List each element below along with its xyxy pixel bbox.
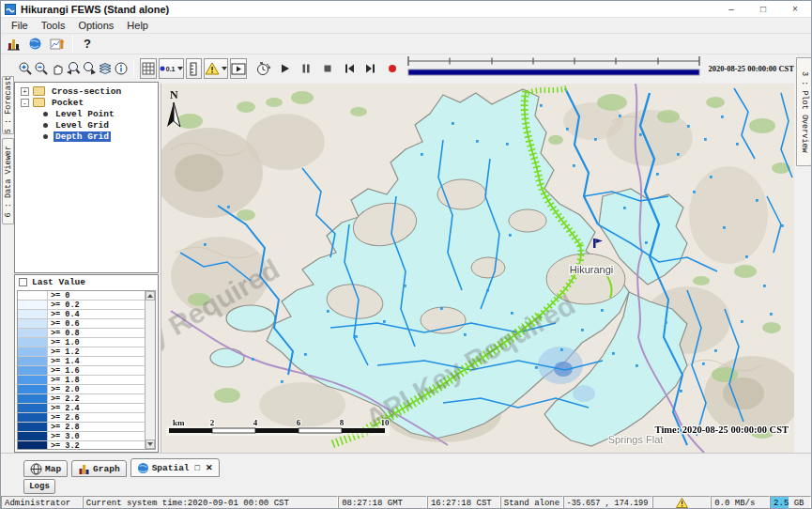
- legend-threshold-label: >= 0.2: [48, 301, 145, 309]
- tab-map[interactable]: Map: [23, 460, 68, 477]
- status-coordinates: -35.657 , 174.199: [563, 496, 653, 509]
- warning-dropdown-button[interactable]: [204, 58, 228, 79]
- tab-data-viewer[interactable]: 6 : Data Viewer: [2, 138, 14, 224]
- close-button[interactable]: ×: [779, 1, 811, 17]
- help-button[interactable]: ?: [78, 37, 97, 51]
- svg-text:2: 2: [210, 418, 215, 427]
- bar-chart-icon: [78, 463, 90, 475]
- tab-spatial[interactable]: Spatial □ ✕: [130, 458, 220, 477]
- logs-button[interactable]: Logs: [23, 479, 55, 494]
- zoom-previous-icon[interactable]: [66, 58, 82, 79]
- legend-row: >= 0.4: [18, 310, 145, 319]
- menu-file[interactable]: File: [5, 19, 35, 32]
- stop-button[interactable]: [320, 58, 336, 79]
- legend-color-swatch: [18, 423, 48, 431]
- tree-item-depth-grid[interactable]: Depth Grid: [15, 131, 158, 142]
- menu-help[interactable]: Help: [120, 19, 155, 32]
- tree-item-cross-section[interactable]: +Cross-section: [15, 85, 158, 97]
- legend-threshold-label: >= 2.6: [48, 413, 145, 422]
- status-warning-cell[interactable]: [652, 496, 711, 509]
- database-bars-icon[interactable]: [3, 34, 24, 54]
- globe-icon[interactable]: [24, 34, 46, 54]
- tree-item-pocket[interactable]: -Pocket: [15, 97, 158, 108]
- legend-color-swatch: [18, 413, 48, 422]
- record-button[interactable]: [384, 58, 400, 79]
- tree-item-label: Cross-section: [50, 86, 123, 97]
- main-toolbar: ?: [1, 34, 811, 54]
- animation-settings-icon[interactable]: [255, 58, 271, 79]
- minimize-button[interactable]: –: [715, 1, 747, 17]
- tree-item-level-point[interactable]: Level Point: [15, 108, 158, 119]
- scroll-up-icon[interactable]: [146, 291, 155, 301]
- tree-item-label: Depth Grid: [54, 131, 111, 142]
- legend-threshold-label: >= 2.4: [48, 404, 145, 412]
- timeseries-display-icon[interactable]: [46, 34, 68, 54]
- contour-threshold-dropdown[interactable]: 0.1: [159, 58, 184, 79]
- zoom-in-icon[interactable]: [18, 58, 34, 79]
- legend-threshold-label: >= 0.4: [48, 310, 145, 318]
- label-hikurangi: Hikurangi: [570, 264, 613, 275]
- last-value-label: Last Value: [32, 277, 85, 287]
- menu-options[interactable]: Options: [71, 19, 120, 32]
- legend-scrollbar[interactable]: [145, 291, 155, 449]
- legend-threshold-label: >= 0.6: [48, 319, 145, 328]
- tab-plot-overview[interactable]: 3 : Plot Overview: [796, 57, 812, 166]
- scroll-down-icon[interactable]: [146, 440, 155, 449]
- legend-threshold-label: >= 1.0: [48, 338, 145, 347]
- legend-row: >= 0.2: [18, 301, 145, 310]
- folder-icon: [33, 98, 45, 107]
- legend-row: >= 2.2: [18, 394, 145, 404]
- tab-graph[interactable]: Graph: [71, 460, 127, 477]
- label-springs-flat: Springs Flat: [608, 434, 664, 445]
- legend-row: >= 1.6: [18, 366, 145, 376]
- bullet-icon: [43, 134, 48, 139]
- svg-text:8: 8: [340, 418, 345, 427]
- legend-row: >= 2.4: [18, 404, 145, 413]
- last-value-checkbox[interactable]: [19, 278, 27, 286]
- tab-maximize-icon[interactable]: □: [195, 463, 200, 472]
- play-button[interactable]: [277, 58, 293, 79]
- skip-to-end-button[interactable]: [363, 58, 379, 79]
- folder-icon: [33, 86, 45, 96]
- skip-to-start-button[interactable]: [342, 58, 358, 79]
- legend-row: >= 0.8: [18, 329, 145, 338]
- blue-globe-icon: [137, 462, 149, 474]
- menu-tools[interactable]: Tools: [35, 19, 72, 32]
- maximize-button[interactable]: □: [747, 1, 779, 17]
- info-icon[interactable]: [113, 58, 129, 79]
- map-canvas[interactable]: API Key Required API Key Required N Hiku…: [161, 84, 794, 453]
- zoom-out-icon[interactable]: [34, 58, 50, 79]
- wireframe-globe-icon: [30, 463, 42, 475]
- legend-threshold-label: >= 2.2: [48, 394, 145, 403]
- tree-item-label: Level Point: [54, 109, 116, 119]
- expander-icon[interactable]: +: [21, 87, 29, 96]
- time-slider[interactable]: [406, 55, 704, 82]
- layers-icon[interactable]: [98, 58, 114, 79]
- animation-player-button[interactable]: [230, 58, 247, 79]
- svg-text:10: 10: [381, 418, 391, 427]
- tree-item-label: Level Grid: [54, 120, 111, 131]
- pan-hand-icon[interactable]: [50, 58, 66, 79]
- status-download-rate: 0.0 MB/s: [711, 496, 770, 509]
- legend-row: >= 2.0: [18, 385, 145, 394]
- legend-threshold-label: >= 0: [48, 291, 145, 300]
- tree-item-level-grid[interactable]: Level Grid: [15, 119, 158, 131]
- legend-row: >= 3.0: [18, 432, 145, 441]
- legend-row: >= 0.6: [18, 319, 145, 329]
- tree-item-label: Pocket: [50, 98, 85, 108]
- legend-row: >= 3.2: [18, 441, 145, 449]
- pause-button[interactable]: [299, 58, 314, 79]
- grid-display-button[interactable]: [140, 58, 156, 79]
- zoom-next-icon[interactable]: [82, 58, 98, 79]
- legend-color-swatch: [18, 329, 48, 337]
- current-time-label: 2020-08-25 00:00:00 CST: [708, 64, 794, 73]
- legend-row: >= 0: [18, 291, 145, 301]
- scale-ruler-button[interactable]: [186, 58, 202, 79]
- legend-color-swatch: [18, 291, 48, 300]
- chevron-down-icon: [177, 67, 183, 70]
- legend-row: >= 2.8: [18, 423, 145, 432]
- tab-forecast[interactable]: 5 : Forecast: [2, 76, 14, 134]
- expander-icon[interactable]: -: [21, 99, 29, 107]
- status-bar: Administrator Current system time:2020-0…: [1, 496, 811, 509]
- tab-close-icon[interactable]: ✕: [206, 463, 213, 472]
